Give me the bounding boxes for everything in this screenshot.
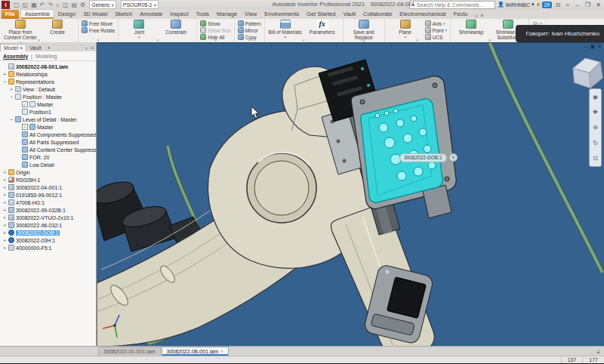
- selection-mini-toolbar[interactable]: 30082022-DOB:1 ▾: [399, 153, 458, 162]
- ribbon-tab-get-started[interactable]: Get Started: [303, 10, 339, 19]
- look-at-icon[interactable]: ⊡: [593, 155, 598, 162]
- tree-node[interactable]: −Representations: [0, 78, 96, 85]
- tree-node[interactable]: +30082022-VTUO-2x10:1: [0, 214, 96, 221]
- mode-tab-modeling[interactable]: Modeling: [35, 54, 57, 59]
- 3d-scene[interactable]: [97, 43, 604, 347]
- ribbon-tab-3d-model[interactable]: 3D Model: [79, 10, 111, 19]
- search-icon[interactable]: ⌕: [85, 45, 88, 51]
- pattern-button[interactable]: Pattern: [238, 20, 261, 26]
- shrinkwrap-button[interactable]: Shrinkwrap: [454, 20, 488, 35]
- selected-part-teal-plate[interactable]: [361, 99, 443, 202]
- ribbon-tab-fecto[interactable]: Fecto: [450, 10, 472, 19]
- tree-node[interactable]: FOR. 20: [0, 153, 96, 161]
- expand-icon[interactable]: +: [2, 177, 7, 183]
- tree-node[interactable]: All Content Center Suppressed: [0, 146, 96, 153]
- tree-node[interactable]: 30082022-08-001.iam: [0, 63, 96, 70]
- toolbar-overflow-icon[interactable]: »: [566, 1, 569, 9]
- open-file-icon[interactable]: ◱: [23, 2, 29, 8]
- expand-icon[interactable]: −: [9, 94, 14, 100]
- close-button[interactable]: ✕: [594, 1, 602, 9]
- tree-node[interactable]: +30082022-96-032:1: [0, 221, 96, 229]
- expand-icon[interactable]: +: [2, 200, 7, 205]
- doc-restore-button[interactable]: ▣: [590, 44, 596, 50]
- minimize-button[interactable]: –: [573, 1, 581, 9]
- ribbon-tab-collaborate[interactable]: Collaborate: [359, 10, 396, 19]
- orbit-icon[interactable]: ↻: [593, 140, 598, 147]
- tree-node[interactable]: +View : Default: [0, 85, 96, 93]
- material-dropdown[interactable]: Generic▾: [89, 0, 116, 9]
- create-button[interactable]: Create: [40, 20, 75, 35]
- expand-icon[interactable]: +: [2, 230, 7, 236]
- place-from-content-center-button[interactable]: Place from Content Center ▾: [3, 20, 38, 45]
- tree-node[interactable]: Position1: [0, 108, 96, 116]
- screens-icon[interactable]: ◫: [63, 2, 69, 8]
- tree-node[interactable]: +30082022-DOB:1: [0, 229, 96, 236]
- browser-tab-model[interactable]: Model ×: [0, 44, 26, 51]
- expand-icon[interactable]: +: [2, 170, 7, 175]
- doc-close-button[interactable]: ✕: [597, 44, 602, 50]
- ribbon-tab-overflow-icon[interactable]: ☺ ▾: [473, 13, 483, 19]
- mirror-button[interactable]: Mirror: [238, 27, 261, 33]
- expand-icon[interactable]: +: [2, 238, 7, 243]
- menu-icon[interactable]: ≡: [91, 45, 94, 51]
- app-store-cart-icon[interactable]: ⊟: [556, 1, 561, 9]
- ribbon-tab-vault[interactable]: Vault: [339, 10, 359, 19]
- browser-tab-vault[interactable]: Vault: [26, 45, 44, 51]
- ribbon-tab-sketch[interactable]: Sketch: [111, 10, 136, 19]
- expand-icon[interactable]: +: [2, 223, 7, 228]
- mode-tab-assembly[interactable]: Assembly: [3, 54, 28, 59]
- bom-button[interactable]: Bill of Materials ▾: [268, 20, 303, 40]
- ucs-button[interactable]: UCS: [425, 34, 447, 40]
- doc-minimize-button[interactable]: –: [585, 44, 588, 50]
- constrain-button[interactable]: Constrain: [159, 20, 193, 35]
- parameters-button[interactable]: fxParameters: [305, 20, 340, 35]
- checkbox[interactable]: ✓: [22, 124, 28, 130]
- joint-button[interactable]: Joint ▾: [122, 20, 156, 40]
- ribbon-tab-tools[interactable]: Tools: [192, 10, 213, 19]
- signed-in-user[interactable]: 👤 IkIRHNBC ▾: [498, 2, 535, 8]
- expand-icon[interactable]: +: [2, 215, 7, 221]
- tree-node[interactable]: +RS028H:1: [0, 176, 96, 184]
- browser-tab-add[interactable]: +: [45, 45, 54, 51]
- close-icon[interactable]: ×: [220, 348, 223, 355]
- tree-node[interactable]: All Parts Suppressed: [0, 138, 96, 146]
- expand-icon[interactable]: +: [9, 87, 14, 92]
- library-icon[interactable]: ▤: [72, 2, 78, 8]
- navigation-wheel-icon[interactable]: ◉: [593, 94, 598, 100]
- tree-node[interactable]: +0191853-99-0012:1: [0, 191, 96, 199]
- plane-button[interactable]: Plane ▾: [388, 20, 423, 40]
- expand-icon[interactable]: +: [2, 245, 7, 251]
- ribbon-tab-manage[interactable]: Manage: [213, 10, 241, 19]
- search-input[interactable]: ▸ Search Help & Commands...: [409, 1, 495, 9]
- menu-icon[interactable]: ≡: [596, 349, 604, 356]
- document-tab[interactable]: 30082022-01-001.iam: [98, 347, 161, 356]
- expand-icon[interactable]: +: [2, 185, 7, 190]
- ribbon-tab-view[interactable]: View: [241, 10, 260, 19]
- redo-icon[interactable]: ↷: [48, 2, 53, 8]
- expand-icon[interactable]: +: [2, 193, 7, 198]
- free-rotate-button[interactable]: Free Rotate: [82, 27, 115, 33]
- restore-button[interactable]: ❐: [584, 1, 592, 9]
- undo-icon[interactable]: ↶: [40, 2, 45, 8]
- expand-icon[interactable]: −: [9, 117, 14, 122]
- tree-node[interactable]: ✓Master: [0, 123, 96, 131]
- tree-node[interactable]: +30082022-04-001:1: [0, 184, 96, 191]
- show-button[interactable]: Show: [200, 20, 230, 26]
- zoom-icon[interactable]: ⊕: [593, 124, 598, 131]
- settings-icon[interactable]: ⚙: [80, 2, 85, 8]
- document-tab[interactable]: 30082022-08-001.iam×: [162, 347, 229, 356]
- point-button[interactable]: Point▾: [425, 27, 447, 33]
- ribbon-tab-environments[interactable]: Environments: [260, 10, 303, 19]
- ribbon-tab-file[interactable]: File: [2, 10, 19, 19]
- pan-icon[interactable]: ✚: [593, 109, 598, 116]
- expand-icon[interactable]: +: [2, 72, 7, 77]
- ribbon-tab-electromechanical[interactable]: Electromechanical: [396, 10, 449, 19]
- tree-node[interactable]: ✓Master: [0, 100, 96, 108]
- tree-node[interactable]: +30082022-03H:1: [0, 236, 96, 244]
- chevron-down-icon[interactable]: ▾: [449, 153, 458, 162]
- navigation-bar[interactable]: ◉✚⊕↻⊡: [589, 88, 602, 167]
- ribbon-tab-design[interactable]: Design: [54, 10, 79, 19]
- tree-node[interactable]: −Position : Master: [0, 93, 96, 100]
- save-icon[interactable]: ▦: [31, 2, 37, 8]
- tree-node[interactable]: +47008-HG:1: [0, 199, 96, 206]
